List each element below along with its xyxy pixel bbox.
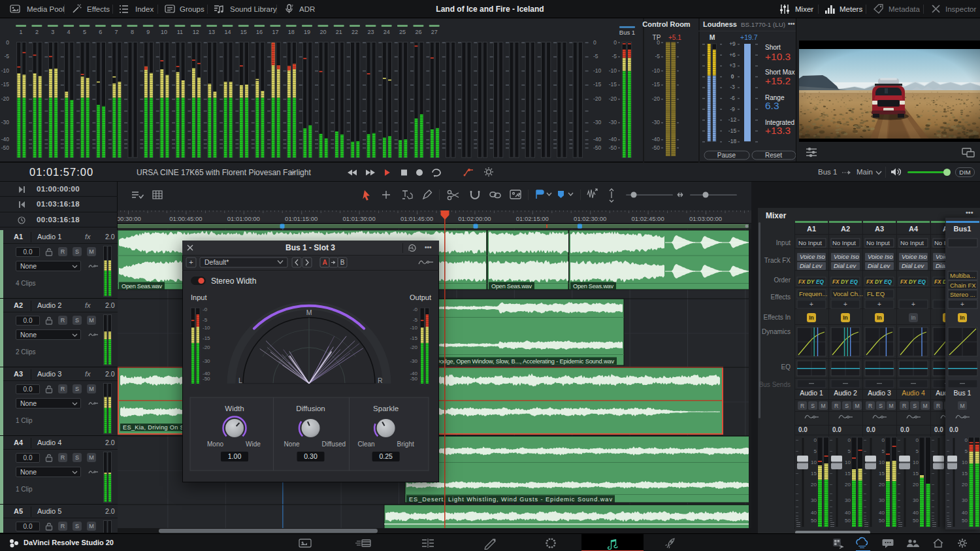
svg-text:50: 50 (845, 518, 851, 524)
svg-text:-15: -15 (609, 81, 617, 88)
svg-text:40: 40 (845, 510, 851, 516)
svg-text:In: In (843, 314, 848, 321)
svg-text:01:03:00:00: 01:03:00:00 (689, 215, 722, 222)
svg-text:3: 3 (51, 29, 54, 35)
svg-text:BS.1770-1 (LU): BS.1770-1 (LU) (741, 21, 785, 28)
svg-text:-50: -50 (609, 144, 617, 151)
svg-text:0.25: 0.25 (379, 452, 393, 460)
svg-text:0: 0 (848, 437, 851, 443)
svg-text:50: 50 (879, 518, 885, 524)
svg-text:-5: -5 (4, 53, 9, 59)
svg-text:-30: -30 (410, 358, 417, 364)
svg-text:-50: -50 (652, 144, 661, 151)
svg-text:Order: Order (774, 276, 791, 284)
svg-text:-40: -40 (652, 136, 661, 142)
svg-text:L: L (238, 376, 242, 384)
svg-text:-15: -15 (593, 81, 602, 88)
svg-text:Wide: Wide (246, 441, 261, 448)
svg-text:FX: FX (934, 279, 941, 285)
svg-text:01:00:45:00: 01:00:45:00 (169, 215, 202, 222)
svg-text:In: In (809, 314, 814, 321)
svg-text:-6: -6 (730, 95, 735, 101)
svg-text:No Input: No Input (866, 239, 890, 246)
svg-text:+: + (189, 258, 193, 266)
svg-text:DY: DY (909, 279, 917, 285)
svg-text::00:30:00: :00:30:00 (118, 215, 141, 222)
svg-text:+: + (960, 301, 964, 308)
svg-text:A4: A4 (909, 225, 919, 233)
svg-text:-30: -30 (652, 119, 661, 125)
svg-text:30: 30 (811, 497, 817, 503)
svg-text:16: 16 (256, 29, 263, 35)
svg-text:15: 15 (811, 471, 817, 476)
svg-text:20: 20 (845, 482, 851, 488)
svg-text:11: 11 (177, 29, 183, 35)
svg-text:-9: -9 (730, 106, 735, 112)
svg-text:S: S (845, 403, 849, 409)
svg-text:-30: -30 (1, 119, 10, 125)
svg-text:Audio 3: Audio 3 (868, 389, 891, 397)
svg-text:-20: -20 (1, 95, 10, 102)
svg-text:Clean: Clean (357, 441, 374, 448)
svg-text:R: R (902, 403, 906, 409)
svg-text:10: 10 (845, 459, 851, 465)
svg-text:-50: -50 (410, 376, 417, 382)
svg-text:Audio 2: Audio 2 (834, 389, 857, 397)
svg-text:15: 15 (913, 471, 919, 476)
svg-text:Input: Input (776, 239, 791, 246)
svg-text:FX: FX (900, 279, 907, 285)
svg-text:01:01:00:00: 01:01:00:00 (227, 215, 260, 222)
svg-text:In: In (960, 314, 965, 321)
svg-text:DY: DY (807, 279, 815, 285)
svg-text:EQ: EQ (781, 363, 791, 371)
svg-text:Dial Lev: Dial Lev (834, 262, 857, 269)
svg-text:Short: Short (765, 44, 781, 51)
svg-text:A: A (322, 259, 327, 266)
svg-text:M: M (923, 403, 927, 409)
svg-text:+9: +9 (729, 41, 736, 47)
svg-text:Track FX: Track FX (764, 257, 791, 264)
svg-text:Effects In: Effects In (763, 314, 791, 321)
svg-text:M: M (821, 403, 825, 409)
svg-text:15: 15 (845, 471, 851, 476)
svg-text:Mono: Mono (207, 441, 223, 448)
svg-text:M: M (889, 403, 893, 409)
svg-text:Bus Sends: Bus Sends (759, 381, 791, 388)
svg-text:24: 24 (384, 29, 390, 35)
svg-text:Vocal Ch...: Vocal Ch... (833, 290, 863, 297)
svg-text:A1: A1 (807, 225, 816, 233)
svg-text:+: + (877, 301, 881, 308)
svg-text:+13.3: +13.3 (765, 125, 791, 136)
svg-text:20: 20 (913, 482, 919, 488)
svg-text:Pause: Pause (717, 152, 736, 159)
svg-text:-50: -50 (203, 376, 210, 382)
svg-text:Voice Iso: Voice Iso (868, 253, 893, 260)
svg-text:+10.3: +10.3 (765, 51, 791, 62)
svg-text:S: S (913, 403, 917, 409)
svg-text:10: 10 (962, 459, 968, 465)
svg-text:Chain FX: Chain FX (950, 282, 976, 289)
svg-text:-15: -15 (410, 335, 417, 341)
svg-text:-3: -3 (730, 84, 735, 90)
svg-text:15: 15 (240, 29, 247, 35)
svg-text:M: M (960, 403, 964, 409)
svg-text:Input: Input (191, 293, 206, 301)
svg-text:40: 40 (879, 510, 885, 516)
svg-text:0.30: 0.30 (304, 452, 318, 460)
svg-text:Audio 1: Audio 1 (800, 389, 823, 397)
svg-text:8: 8 (131, 29, 134, 35)
svg-text:-30: -30 (609, 119, 617, 125)
svg-text:+5.1: +5.1 (668, 34, 681, 41)
svg-text:-50: -50 (593, 144, 602, 151)
svg-text:No Input: No Input (900, 239, 924, 246)
svg-text:+: + (911, 301, 915, 308)
svg-text:0.0: 0.0 (832, 426, 841, 433)
svg-text:01:01:45:00: 01:01:45:00 (400, 215, 433, 222)
svg-text:Open Seas.wav: Open Seas.wav (122, 283, 162, 290)
svg-text:-15: -15 (728, 127, 737, 134)
svg-text:A3: A3 (875, 225, 884, 233)
svg-text:Effects: Effects (771, 293, 791, 301)
svg-text:-15: -15 (203, 335, 210, 341)
svg-text:-18: -18 (728, 138, 737, 144)
svg-text:10: 10 (811, 459, 817, 465)
